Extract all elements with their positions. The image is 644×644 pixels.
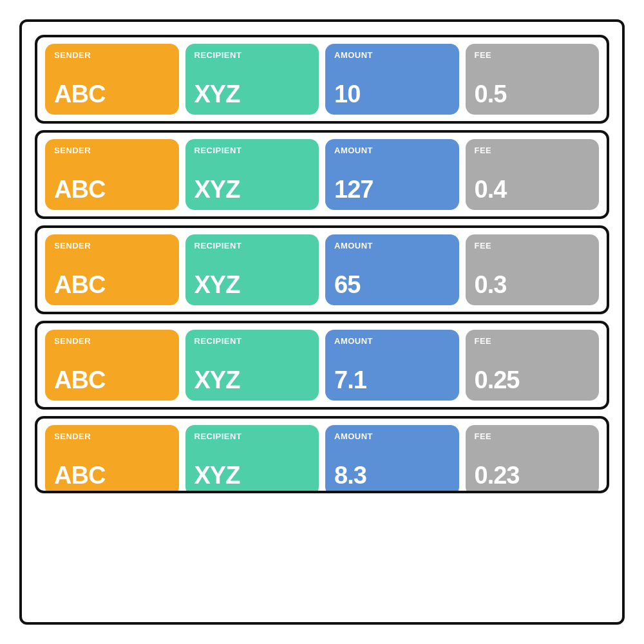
sender-label: SENDER — [54, 50, 170, 60]
cell-recipient: RECIPIENTXYZ — [185, 44, 319, 115]
recipient-value: XYZ — [194, 176, 310, 204]
cell-fee: FEE0.3 — [466, 234, 600, 305]
fee-label: FEE — [475, 241, 591, 251]
cell-sender: SENDERABC — [45, 139, 179, 210]
cell-sender: SENDERABC — [45, 425, 179, 493]
cell-amount: AMOUNT65 — [325, 234, 459, 305]
transaction-row: SENDERABCRECIPIENTXYZAMOUNT8.3FEE0.23 — [35, 416, 609, 493]
cell-recipient: RECIPIENTXYZ — [185, 139, 319, 210]
transaction-row: SENDERABCRECIPIENTXYZAMOUNT7.1FEE0.25 — [35, 321, 609, 410]
amount-value: 7.1 — [334, 366, 450, 394]
cell-amount: AMOUNT7.1 — [325, 330, 459, 401]
amount-label: AMOUNT — [334, 431, 450, 441]
amount-label: AMOUNT — [334, 50, 450, 60]
sender-label: SENDER — [54, 336, 170, 346]
fee-label: FEE — [475, 146, 591, 155]
fee-value: 0.25 — [475, 366, 591, 394]
amount-value: 65 — [334, 271, 450, 299]
fee-value: 0.5 — [475, 80, 591, 108]
fee-value: 0.3 — [475, 271, 591, 299]
cell-fee: FEE0.4 — [466, 139, 600, 210]
recipient-value: XYZ — [194, 271, 310, 299]
recipient-label: RECIPIENT — [194, 241, 310, 251]
cell-amount: AMOUNT8.3 — [325, 425, 459, 493]
recipient-label: RECIPIENT — [194, 50, 310, 60]
cell-recipient: RECIPIENTXYZ — [185, 330, 319, 401]
transactions-container: SENDERABCRECIPIENTXYZAMOUNT10FEE0.5SENDE… — [19, 19, 625, 625]
transaction-row: SENDERABCRECIPIENTXYZAMOUNT127FEE0.4 — [35, 130, 609, 219]
sender-value: ABC — [54, 462, 170, 489]
sender-value: ABC — [54, 176, 170, 204]
cell-sender: SENDERABC — [45, 44, 179, 115]
fee-value: 0.23 — [475, 462, 591, 489]
amount-value: 127 — [334, 176, 450, 204]
cell-fee: FEE0.5 — [466, 44, 600, 115]
amount-label: AMOUNT — [334, 146, 450, 155]
cell-amount: AMOUNT10 — [325, 44, 459, 115]
amount-value: 8.3 — [334, 462, 450, 489]
fee-label: FEE — [475, 431, 591, 441]
fee-label: FEE — [475, 50, 591, 60]
recipient-label: RECIPIENT — [194, 146, 310, 155]
sender-value: ABC — [54, 271, 170, 299]
cell-sender: SENDERABC — [45, 234, 179, 305]
recipient-value: XYZ — [194, 366, 310, 394]
sender-label: SENDER — [54, 146, 170, 155]
transaction-row: SENDERABCRECIPIENTXYZAMOUNT65FEE0.3 — [35, 225, 609, 314]
sender-value: ABC — [54, 366, 170, 394]
recipient-label: RECIPIENT — [194, 431, 310, 441]
amount-value: 10 — [334, 80, 450, 108]
recipient-value: XYZ — [194, 80, 310, 108]
recipient-label: RECIPIENT — [194, 336, 310, 346]
sender-label: SENDER — [54, 241, 170, 251]
amount-label: AMOUNT — [334, 241, 450, 251]
cell-recipient: RECIPIENTXYZ — [185, 234, 319, 305]
cell-sender: SENDERABC — [45, 330, 179, 401]
amount-label: AMOUNT — [334, 336, 450, 346]
cell-fee: FEE0.23 — [466, 425, 600, 493]
cell-fee: FEE0.25 — [466, 330, 600, 401]
fee-value: 0.4 — [475, 176, 591, 204]
recipient-value: XYZ — [194, 462, 310, 489]
cell-amount: AMOUNT127 — [325, 139, 459, 210]
cell-recipient: RECIPIENTXYZ — [185, 425, 319, 493]
sender-label: SENDER — [54, 431, 170, 441]
sender-value: ABC — [54, 80, 170, 108]
transaction-row: SENDERABCRECIPIENTXYZAMOUNT10FEE0.5 — [35, 35, 609, 124]
fee-label: FEE — [475, 336, 591, 346]
